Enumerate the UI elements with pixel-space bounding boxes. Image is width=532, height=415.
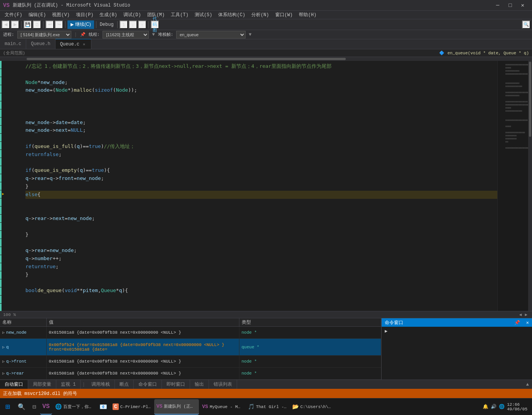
zoom-level: 100 % (3, 313, 16, 317)
auto-row[interactable]: ▷new_node 0x015081a8 {date=0x00f9fb38 ne… (0, 327, 381, 339)
system-tray: 🔔 🔊 🌐 12:6649/06/05 (480, 402, 530, 412)
tab-close-queuec[interactable]: ✕ (82, 42, 86, 47)
taskbar-item-baidu[interactable]: 🌐 百度一下，你就知... (53, 399, 96, 415)
code-view-btn[interactable]: 代码图 (151, 20, 159, 29)
step-over-btn[interactable]: ⤵ (120, 20, 128, 29)
menu-item-file[interactable]: 文件(F) (2, 11, 25, 19)
var-type: node * (239, 356, 381, 368)
tab-queue-c[interactable]: Queue.c ✕ (56, 39, 91, 49)
menu-item-view[interactable]: 视图(V) (49, 11, 73, 19)
auto-row[interactable]: ▷q->front 0x015081a8 {date=0x00f9fb38 ne… (0, 356, 381, 368)
step-into-btn[interactable]: ↓ (129, 20, 137, 29)
continue-btn[interactable]: ▶ 继续(C) (67, 20, 94, 29)
panel-tab-watch[interactable]: 监视 1 (56, 380, 81, 389)
var-type: node * (239, 327, 381, 339)
code-content[interactable]: //忘记 1，创建新节点；2，将值传递到新节点；3，新节点next->null,… (22, 61, 497, 311)
cmd-panel-pin[interactable]: 📌 (514, 320, 520, 326)
taskbar: ⊞ 🔍 ⊟ VS 🌐 百度一下，你就知... 📧 C C-Primer-Plus… (0, 398, 532, 415)
thread-label: 线程: (89, 32, 100, 37)
code-line: } (25, 183, 497, 191)
panel-tabs: 自动窗口 局部变量 监视 1 | 调用堆栈 断点 命令窗口 即时窗口 输出 错误… (0, 380, 532, 389)
panel-tab-immediate[interactable]: 即时窗口 (162, 380, 190, 389)
stack-select[interactable]: en_queue (176, 31, 246, 39)
search-btn[interactable]: 🔍 (522, 20, 530, 29)
cmd-panel-close[interactable]: ✕ (526, 320, 529, 326)
taskbar-item-thatgirl[interactable]: 🎵 That Girl - Olly M... (246, 399, 289, 415)
minimize-btn[interactable]: ─ (492, 2, 504, 8)
menu-item-project[interactable]: 项目(P) (73, 11, 97, 19)
horizontal-scrollbar[interactable] (0, 57, 532, 61)
task-view-button[interactable]: ⊟ (29, 399, 39, 415)
auto-row-selected[interactable]: ▷q 0x00f9fb24 {rear=0x015081a8 {date=0x0… (0, 338, 381, 356)
menu-item-arch[interactable]: 体系结构(C) (215, 11, 248, 19)
save-btn[interactable]: 💾 (24, 20, 32, 29)
left-gutter: ➤ (0, 61, 7, 311)
var-value: 0x015081a8 {date=0x00f9fb38 next=0x00000… (46, 368, 239, 380)
menu-item-edit[interactable]: 编辑(E) (25, 11, 49, 19)
panel-tab-callstack[interactable]: 调用堆栈 (87, 380, 115, 389)
tab-queue-h[interactable]: Queue.h (26, 39, 55, 49)
code-line: q->number++; (25, 255, 497, 263)
menu-item-build[interactable]: 生成(B) (96, 11, 120, 19)
taskbar-item-cprimer[interactable]: C C-Primer-Plus第6... (110, 399, 153, 415)
panel-tab-errors[interactable]: 错误列表 (209, 380, 237, 389)
code-line: if (queue_is_full(q)==true) //传入地址； (25, 143, 497, 151)
var-type: queue * (239, 338, 381, 356)
menu-item-test[interactable]: 测试(S) (192, 11, 215, 19)
continue-label: 继续(C) (75, 21, 91, 28)
var-value: 0x00f9fb24 {rear=0x015081a8 {date=0x00f9… (46, 338, 239, 356)
vertical-scrollbar[interactable] (528, 61, 532, 311)
code-line: new_node->date = date; (25, 119, 497, 127)
panel-tab-breakpoints[interactable]: 断点 (115, 380, 134, 389)
menu-item-analyze[interactable]: 分析(N) (248, 11, 272, 19)
menu-item-debug[interactable]: 调试(D) (120, 11, 144, 19)
code-line: q->rear->next = new_node; (25, 215, 497, 223)
cmd-panel-header: 命令窗口 📌 ✕ (382, 318, 532, 327)
start-button[interactable]: ⊞ (2, 399, 14, 415)
taskbar-item-email[interactable]: 📧 (97, 399, 109, 415)
maximize-btn[interactable]: □ (504, 2, 516, 8)
function-name: en_queue(void * date, Queue * q) (448, 51, 529, 55)
code-editor: ➤ (0, 61, 532, 311)
save-all-btn[interactable]: 🗋 (33, 20, 41, 29)
thread-select[interactable]: [11620] 主线程 (103, 31, 149, 39)
taskbar-item-myqueue2[interactable]: VS MyQueue - Micro... (200, 399, 245, 415)
code-line: //忘记 1，创建新节点；2，将值传递到新节点；3，新节点next->null,… (25, 62, 497, 71)
panel-tab-auto[interactable]: 自动窗口 (0, 380, 28, 389)
panel-tab-local[interactable]: 局部变量 (28, 380, 56, 389)
code-line (25, 111, 497, 119)
panel-tab-cmd[interactable]: 命令窗口 (134, 380, 162, 389)
taskbar-item-vs-active[interactable]: VS 新建队列 (正在调... (154, 399, 199, 415)
close-btn[interactable]: ✕ (517, 2, 529, 8)
menu-item-tools[interactable]: 工具(T) (168, 11, 192, 19)
back-btn[interactable]: ◀ (2, 20, 10, 29)
cmd-panel: 命令窗口 📌 ✕ ▶ (382, 318, 532, 380)
panel-expand-btn[interactable]: ▲ (523, 382, 532, 387)
code-line (25, 207, 497, 215)
undo-btn[interactable]: ↩ (45, 20, 54, 29)
auto-panel: 名称 值 类型 ▷new_node 0x015081a8 {date=0x00f… (0, 318, 382, 380)
tab-label-queueh: Queue.h (31, 41, 50, 47)
step-out-btn[interactable]: ↑ (138, 20, 146, 29)
code-line (25, 94, 497, 102)
redo-btn[interactable]: ↪ (55, 20, 63, 29)
clock: 12:6649/06/05 (507, 402, 527, 412)
auto-row[interactable]: ▷q->rear 0x015081a8 {date=0x00f9fb38 nex… (0, 368, 381, 380)
function-context: (全局范围) 🔷 en_queue(void * date, Queue * q… (0, 49, 532, 57)
menu-item-window[interactable]: 窗口(W) (272, 11, 296, 19)
auto-table: 名称 值 类型 ▷new_node 0x015081a8 {date=0x00f… (0, 318, 381, 380)
taskbar-item-myqueue[interactable]: VS (40, 399, 52, 415)
taskbar-item-explorer[interactable]: 📂 C:\Users\h\Docu... (290, 399, 335, 415)
panel-tab-separator: | (82, 382, 85, 387)
search-button[interactable]: 🔍 (15, 399, 29, 415)
process-select[interactable]: [ 5164] 新建队列.exe (17, 31, 71, 39)
forward-btn[interactable]: ▶ (11, 20, 19, 29)
panel-tab-output[interactable]: 输出 (190, 380, 209, 389)
code-line (25, 134, 497, 143)
scroll-right-btn[interactable]: ▶ (523, 312, 529, 317)
status-text: 正在加载 msvcr120d.dll 的符号 (3, 390, 77, 397)
scroll-left-btn[interactable]: ◀ (518, 312, 524, 317)
tab-main-c[interactable]: main.c (0, 39, 26, 49)
menu-item-help[interactable]: 帮助(H) (296, 11, 320, 19)
code-line: q->rear =new_node; (25, 247, 497, 255)
